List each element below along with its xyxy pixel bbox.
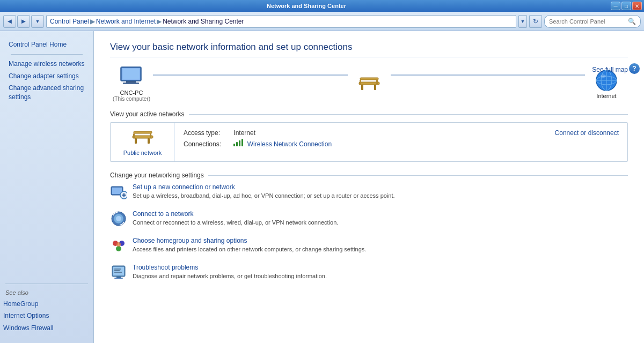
wifi-signal-icon — [233, 139, 243, 146]
svg-point-33 — [116, 246, 121, 251]
network-node-router — [348, 73, 391, 95]
forward-icon: ► — [20, 17, 27, 25]
network-icon-cell: Public network — [111, 123, 175, 161]
computer-svg — [118, 66, 145, 88]
svg-rect-22 — [150, 133, 151, 138]
svg-point-30 — [116, 216, 121, 221]
sidebar-bottom: See also HomeGroup Internet Options Wind… — [0, 280, 93, 339]
troubleshoot-text: Troubleshoot problems Diagnose and repai… — [133, 264, 628, 280]
computer-icon — [118, 66, 145, 88]
svg-rect-19 — [135, 138, 137, 144]
address-dropdown-button[interactable]: ▼ — [518, 15, 527, 28]
connect-network-icon — [110, 210, 127, 227]
sidebar-item-homegroup[interactable]: HomeGroup — [0, 298, 93, 310]
svg-rect-36 — [113, 267, 124, 275]
settings-item-connect: Connect to a network Connect or reconnec… — [110, 210, 628, 227]
homegroup-sharing-link[interactable]: Choose homegroup and sharing options — [133, 237, 628, 244]
recent-pages-button[interactable]: ▼ — [31, 15, 44, 28]
breadcrumb-current: Network and Sharing Center — [163, 18, 244, 25]
close-button[interactable]: ✕ — [632, 2, 642, 10]
network-node-computer: CNC-PC (This computer) — [110, 66, 153, 102]
sidebar-item-manage-wireless[interactable]: Manage wireless networks — [5, 58, 88, 70]
setup-connection-desc: Set up a wireless, broadband, dial-up, a… — [133, 192, 395, 199]
network-line-2 — [391, 74, 586, 76]
sidebar-item-change-advanced[interactable]: Change advanced sharing settings — [5, 82, 88, 103]
svg-rect-40 — [116, 277, 121, 278]
settings-item-setup: Set up a new connection or network Set u… — [110, 183, 628, 200]
computer-label: CNC-PC — [120, 90, 143, 96]
address-bar: ◄ ► ▼ Control Panel ▶ Network and Intern… — [0, 12, 644, 31]
search-icon[interactable]: 🔍 — [628, 18, 636, 25]
computer-sublabel: (This computer) — [113, 96, 150, 102]
help-button[interactable]: ? — [629, 63, 640, 74]
sidebar-item-internet-options[interactable]: Internet Options — [0, 310, 93, 322]
forward-button[interactable]: ► — [17, 15, 30, 28]
connections-label: Connections: — [184, 140, 232, 148]
connections-row: Connections: Wireless Network Connection — [184, 139, 546, 148]
svg-point-34 — [116, 242, 121, 247]
see-also-label: See also — [0, 287, 93, 298]
access-type-label: Access type: — [184, 129, 232, 137]
svg-rect-41 — [114, 278, 123, 279]
troubleshoot-desc: Diagnose and repair network problems, or… — [133, 273, 327, 279]
homegroup-sharing-text: Choose homegroup and sharing options Acc… — [133, 237, 628, 253]
svg-rect-6 — [360, 78, 378, 80]
network-details-cell: Access type: Internet Connections: Wirel… — [175, 123, 555, 161]
access-type-row: Access type: Internet — [184, 129, 546, 137]
access-type-value: Internet — [233, 129, 255, 137]
svg-rect-4 — [123, 69, 139, 79]
sidebar-item-control-panel-home[interactable]: Control Panel Home — [5, 39, 88, 51]
sidebar-divider-1 — [11, 54, 83, 55]
svg-rect-9 — [360, 80, 361, 85]
sidebar: Control Panel Home Manage wireless netwo… — [0, 31, 94, 343]
breadcrumb-sep-2: ▶ — [157, 18, 162, 25]
setup-connection-text: Set up a new connection or network Set u… — [133, 183, 628, 200]
window-controls: ─ □ ✕ — [611, 2, 642, 10]
public-network-label: Public network — [123, 150, 162, 156]
wireless-connection-link[interactable]: Wireless Network Connection — [247, 140, 332, 148]
settings-section: Change your networking settings Set up a… — [110, 172, 628, 281]
internet-label: Internet — [596, 93, 616, 99]
minimize-button[interactable]: ─ — [611, 2, 620, 10]
nav-buttons: ◄ ► ▼ — [3, 15, 44, 28]
svg-rect-7 — [361, 85, 363, 90]
svg-rect-2 — [126, 81, 136, 83]
svg-rect-18 — [134, 131, 152, 133]
sidebar-item-change-adapter[interactable]: Change adapter settings — [5, 70, 88, 83]
network-map: CNC-PC (This computer) — [110, 66, 628, 102]
search-input[interactable] — [549, 18, 628, 25]
breadcrumb-network-internet[interactable]: Network and Internet — [96, 18, 156, 25]
see-full-map-link[interactable]: See full map — [592, 66, 628, 73]
window-title: Network and Sharing Center — [2, 3, 611, 9]
setup-connection-link[interactable]: Set up a new connection or network — [133, 183, 628, 191]
connect-disconnect-link[interactable]: Connect or disconnect — [555, 123, 627, 137]
svg-point-16 — [601, 74, 606, 78]
bench-svg — [357, 74, 382, 94]
network-line-1 — [153, 74, 348, 76]
sidebar-item-windows-firewall[interactable]: Windows Firewall — [0, 322, 93, 334]
back-icon: ◄ — [6, 17, 13, 25]
breadcrumb-control-panel[interactable]: Control Panel — [50, 18, 89, 25]
active-networks-box: Public network Access type: Internet Con… — [110, 122, 628, 162]
settings-item-troubleshoot: Troubleshoot problems Diagnose and repai… — [110, 264, 628, 281]
connect-network-link[interactable]: Connect to a network — [133, 210, 628, 218]
sidebar-divider-2 — [5, 284, 88, 284]
router-icon — [355, 73, 383, 95]
dropdown-icon: ▼ — [35, 19, 40, 24]
refresh-icon: ↻ — [533, 18, 538, 25]
connect-network-desc: Connect or reconnect to a wireless, wire… — [133, 219, 338, 226]
title-bar: Network and Sharing Center ─ □ ✕ — [0, 0, 644, 12]
svg-rect-20 — [148, 138, 150, 144]
public-network-icon — [130, 128, 155, 147]
breadcrumb: Control Panel ▶ Network and Internet ▶ N… — [46, 15, 516, 28]
svg-rect-10 — [376, 80, 378, 85]
back-button[interactable]: ◄ — [3, 15, 16, 28]
homegroup-sharing-desc: Access files and printers located on oth… — [133, 246, 366, 252]
troubleshoot-link[interactable]: Troubleshoot problems — [133, 264, 628, 271]
refresh-button[interactable]: ↻ — [529, 15, 542, 28]
change-settings-label: Change your networking settings — [110, 172, 628, 179]
maximize-button[interactable]: □ — [621, 2, 631, 10]
svg-rect-21 — [133, 133, 135, 138]
sidebar-nav: Control Panel Home Manage wireless netwo… — [0, 35, 93, 105]
connect-network-text: Connect to a network Connect or reconnec… — [133, 210, 628, 227]
